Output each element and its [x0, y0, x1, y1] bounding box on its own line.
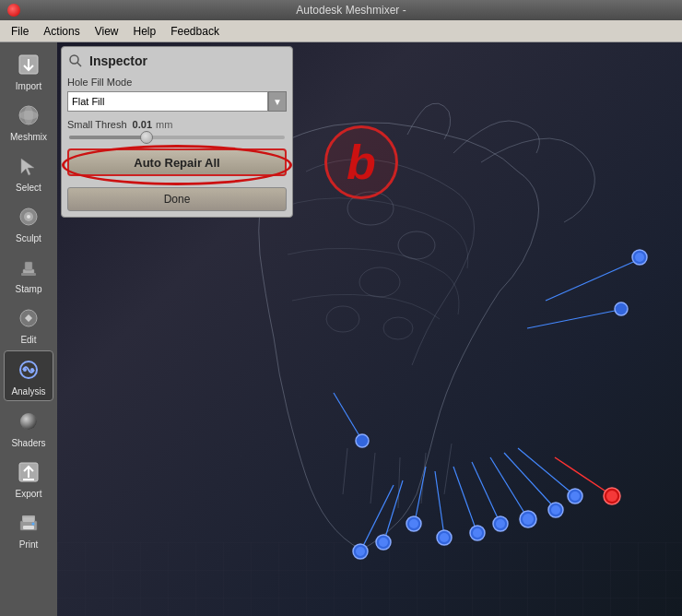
threshold-slider-fill — [69, 136, 145, 139]
sculpt-icon — [14, 202, 43, 231]
menu-view[interactable]: View — [88, 23, 126, 40]
inspector-title: Inspector — [89, 53, 147, 68]
svg-rect-10 — [21, 273, 36, 276]
print-icon — [14, 508, 43, 538]
import-label: Import — [16, 81, 41, 91]
stamp-icon — [14, 253, 43, 282]
hole-fill-select[interactable]: Flat Fill — [67, 91, 268, 112]
threshold-row: Small Thresh 0.01 mm — [67, 119, 287, 130]
threshold-value: 0.01 — [133, 119, 152, 130]
shaders-label: Shaders — [11, 438, 45, 448]
sidebar-btn-sculpt[interactable]: Sculpt — [4, 198, 53, 247]
sidebar-btn-print[interactable]: Print — [4, 504, 53, 553]
meshmix-icon — [14, 101, 43, 130]
svg-rect-9 — [25, 262, 32, 270]
select-icon — [14, 151, 43, 181]
menu-feedback[interactable]: Feedback — [163, 23, 227, 40]
edit-label: Edit — [20, 335, 36, 345]
sidebar-btn-meshmix[interactable]: Meshmix — [4, 97, 53, 146]
main-layout: Import Meshmix Select — [0, 42, 682, 616]
threshold-slider-track — [69, 136, 285, 139]
select-label: Select — [16, 183, 41, 193]
print-label: Print — [19, 539, 39, 550]
left-sidebar: Import Meshmix Select — [0, 42, 57, 616]
svg-point-24 — [32, 523, 35, 526]
svg-point-4 — [19, 111, 38, 120]
svg-point-13 — [23, 368, 27, 372]
svg-point-16 — [20, 413, 37, 430]
sidebar-btn-export[interactable]: Export — [4, 454, 53, 503]
stamp-label: Stamp — [16, 284, 42, 294]
shaders-icon — [14, 407, 43, 436]
inspector-panel: Inspector Hole Fill Mode Flat Fill ▼ Sma… — [61, 46, 293, 218]
export-icon — [14, 457, 43, 487]
menu-file[interactable]: File — [4, 23, 36, 40]
import-icon — [14, 50, 43, 79]
threshold-label: Small Thresh — [67, 119, 127, 130]
hole-fill-dropdown-wrap: Flat Fill ▼ — [67, 91, 287, 112]
threshold-unit: mm — [156, 119, 172, 130]
hole-fill-label: Hole Fill Mode — [67, 77, 287, 88]
menu-actions[interactable]: Actions — [36, 23, 87, 40]
app-icon — [7, 4, 20, 17]
edit-icon — [14, 303, 43, 333]
viewport[interactable]: b Inspector Hole Fill Mode Flat Fill ▼ — [57, 42, 682, 616]
sidebar-btn-edit[interactable]: Edit — [4, 300, 53, 349]
svg-point-7 — [27, 215, 30, 219]
viewport-grid — [57, 542, 682, 616]
svg-rect-25 — [57, 542, 682, 616]
sidebar-btn-import[interactable]: Import — [4, 46, 53, 95]
export-label: Export — [16, 489, 42, 499]
inspector-header: Inspector — [67, 53, 287, 69]
done-button[interactable]: Done — [67, 187, 287, 211]
dropdown-arrow[interactable]: ▼ — [268, 91, 287, 112]
sidebar-btn-shaders[interactable]: Shaders — [4, 403, 53, 452]
title-bar: Autodesk Meshmixer - — [0, 0, 682, 20]
meshmix-label: Meshmix — [10, 132, 47, 142]
svg-rect-22 — [23, 517, 34, 522]
svg-point-73 — [70, 55, 78, 64]
svg-line-74 — [77, 63, 81, 66]
inspector-search-icon — [67, 53, 84, 69]
threshold-slider-thumb[interactable] — [140, 131, 153, 144]
svg-point-14 — [30, 368, 34, 372]
sidebar-btn-select[interactable]: Select — [4, 148, 53, 196]
analysis-label: Analysis — [11, 386, 45, 397]
analysis-icon — [14, 355, 43, 385]
menu-bar: File Actions View Help Feedback — [0, 20, 682, 42]
menu-help[interactable]: Help — [126, 23, 164, 40]
sidebar-btn-stamp[interactable]: Stamp — [4, 249, 53, 298]
threshold-slider-wrap — [67, 136, 287, 139]
auto-repair-btn-wrap: Auto Repair All — [67, 148, 287, 182]
app-title: Autodesk Meshmixer - — [28, 4, 675, 17]
sidebar-btn-analysis[interactable]: Analysis — [4, 350, 53, 401]
svg-rect-23 — [23, 526, 34, 529]
sculpt-label: Sculpt — [16, 233, 41, 243]
auto-repair-button[interactable]: Auto Repair All — [67, 148, 287, 176]
